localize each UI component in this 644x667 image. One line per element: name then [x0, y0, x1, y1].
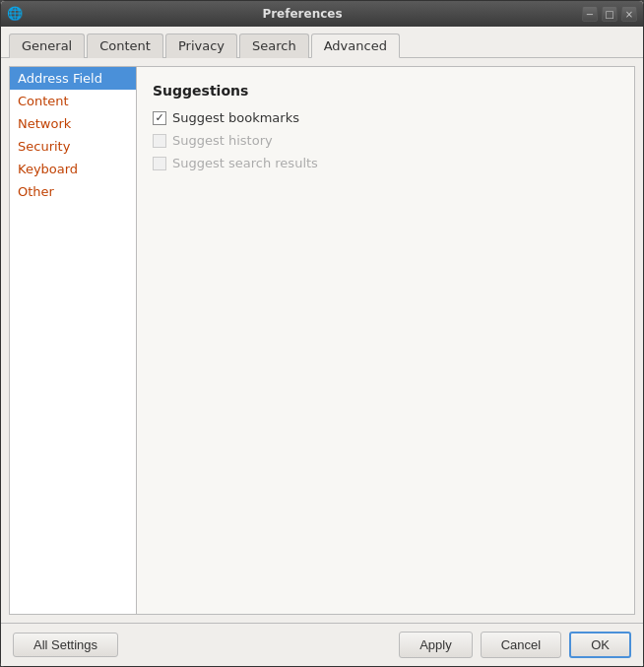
suggest-search-label: Suggest search results: [172, 156, 318, 170]
cancel-button[interactable]: Cancel: [481, 632, 561, 658]
tab-general[interactable]: General: [9, 33, 85, 58]
window-controls: − □ ×: [582, 6, 637, 22]
all-settings-button[interactable]: All Settings: [13, 633, 118, 657]
suggest-search-checkbox[interactable]: [153, 157, 166, 170]
sidebar-item-network[interactable]: Network: [10, 112, 136, 135]
sidebar-item-other[interactable]: Other: [10, 180, 136, 203]
app-icon: 🌐: [7, 6, 23, 22]
sidebar: Address Field Content Network Security K…: [9, 66, 137, 615]
suggest-bookmarks-label[interactable]: Suggest bookmarks: [172, 110, 299, 125]
suggest-bookmarks-checkbox[interactable]: [153, 111, 166, 125]
preferences-window: 🌐 Preferences − □ × General Content Priv…: [0, 0, 644, 667]
tab-content[interactable]: Content: [87, 33, 163, 58]
footer: All Settings Apply Cancel OK: [1, 623, 643, 666]
tab-advanced[interactable]: Advanced: [311, 33, 400, 58]
ok-button[interactable]: OK: [569, 632, 631, 658]
tab-privacy[interactable]: Privacy: [165, 33, 237, 58]
titlebar: 🌐 Preferences − □ ×: [1, 1, 643, 27]
suggest-history-checkbox[interactable]: [153, 134, 166, 148]
suggest-bookmarks-row: Suggest bookmarks: [153, 110, 618, 125]
tab-search[interactable]: Search: [239, 33, 309, 58]
sidebar-item-security[interactable]: Security: [10, 135, 136, 158]
suggest-history-row: Suggest history: [153, 133, 618, 148]
close-button[interactable]: ×: [621, 6, 637, 22]
content-area: Address Field Content Network Security K…: [1, 58, 643, 623]
window-title: Preferences: [23, 7, 582, 21]
sidebar-item-content[interactable]: Content: [10, 90, 136, 112]
minimize-button[interactable]: −: [582, 6, 598, 22]
tabs-bar: General Content Privacy Search Advanced: [1, 27, 643, 58]
sidebar-item-keyboard[interactable]: Keyboard: [10, 158, 136, 180]
suggest-history-label: Suggest history: [172, 133, 273, 148]
section-title: Suggestions: [153, 83, 618, 99]
suggest-search-row: Suggest search results: [153, 156, 618, 170]
main-panel: Suggestions Suggest bookmarks Suggest hi…: [137, 66, 635, 615]
maximize-button[interactable]: □: [602, 6, 617, 22]
sidebar-item-address-field[interactable]: Address Field: [10, 67, 136, 90]
apply-button[interactable]: Apply: [399, 632, 473, 658]
